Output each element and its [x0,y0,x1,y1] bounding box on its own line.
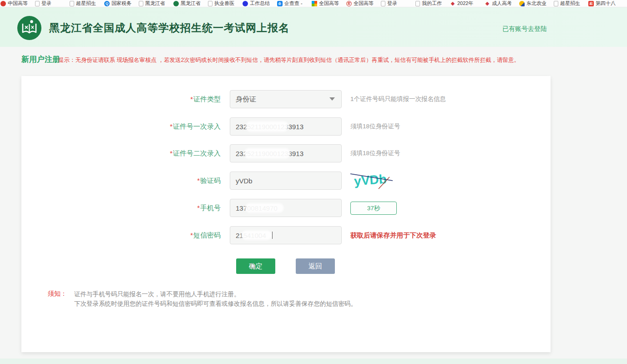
browser-tab[interactable]: ◆成人高考 [482,0,516,7]
back-button[interactable]: 返回 [296,258,335,274]
green-book-favicon-icon [173,1,179,6]
browser-tab[interactable]: 工作总结 [240,0,274,7]
cert-no1-row: *证件号一次录入 须填18位身份证号 [21,117,551,136]
browser-tab[interactable]: 起第四十八 [586,0,620,7]
phone-label: *手机号 [84,199,221,217]
browser-tab[interactable]: 黑龙江省 [136,0,171,7]
page-title: 黑龙江省全国成人高等学校招生统一考试网上报名 [49,21,289,35]
register-warning-text: 提示：无身份证请联系 现场报名审核点 ，若发送2次密码或长时间接收不到短信，请先… [58,56,536,64]
tab-label: 登录 [41,0,51,7]
page-favicon-icon [381,1,385,6]
required-asterisk: * [190,95,193,103]
required-asterisk: * [170,149,172,157]
cert-no2-row: *证件号二次录入 须填18位身份证号 [21,144,551,162]
browser-tab-strip: 中国高等登录超星招生Q国家税务黑龙江省黑龙江省执业兽医工作总结企企查查 -全国高… [0,0,627,7]
cert-type-row: *证件类型 身份证 1个证件号码只能填报一次报名信息 [21,90,551,108]
browser-tab[interactable]: ◆2022年 [447,0,482,7]
browser-tab[interactable]: 东北农业 [516,0,551,7]
captcha-label: *验证码 [84,172,221,190]
browser-tab[interactable]: Q国家税务 [101,0,136,7]
tab-label: 黑龙江省 [145,0,165,7]
site-header: 黑龙江省全国成人高等学校招生统一考试网上报名 已有账号去登陆 [0,7,627,47]
browser-tab[interactable]: 执业兽医 [205,0,240,7]
notes-line-2: 下次登录系统时使用您的证件号码和短信密码即可查看或修改报名信息，所以请妥善保存您… [74,300,357,308]
red-diamond-favicon-icon: ◆ [485,1,490,6]
red-seal-favicon-icon: 宏 [346,1,352,6]
page-favicon-icon [415,1,420,6]
tab-label: 全国高等 [354,0,374,7]
tab-label: 2022年 [457,0,473,7]
cert-type-label: *证件类型 [84,90,221,108]
ms-squares-favicon-icon [312,1,317,6]
required-asterisk: * [197,177,200,184]
form-buttons-row: 确定 返回 [21,258,551,274]
tab-label: 全国高等 [319,0,339,7]
cert-type-select[interactable]: 身份证 [230,90,342,108]
captcha-image[interactable]: yVDb [349,169,394,190]
text-cursor [272,232,273,239]
sms-save-warning: 获取后请保存并用于下次登录 [350,226,436,244]
qichacha-favicon-icon: 企 [277,1,283,6]
confirm-button[interactable]: 确定 [236,258,275,274]
privacy-smudge [247,122,287,131]
captcha-text: yVDb [354,172,387,188]
cert-type-selected-value: 身份证 [236,95,256,104]
bottom-green-strip [0,359,627,364]
page-favicon-icon [208,1,212,6]
privacy-smudge [246,204,283,212]
page-favicon-icon [554,1,558,6]
baidu-favicon-icon [243,1,248,6]
tab-label: 东北农业 [526,0,546,7]
cert-type-hint: 1个证件号码只能填报一次报名信息 [350,90,446,108]
tab-label: 黑龙江省 [181,0,201,7]
tab-label: 执业兽医 [214,0,234,7]
red-box-favicon-icon: 起 [588,1,594,6]
site-logo-book-icon [17,16,41,40]
notes-line-1: 证件与手机号码只能报名一次，请不要用他人手机进行注册。 [74,290,240,298]
required-asterisk: * [170,122,172,130]
privacy-smudge [245,149,289,157]
browser-tab[interactable]: 企企查查 - [274,0,309,7]
red-diamond-favicon-icon: ◆ [450,1,455,6]
browser-tab[interactable]: 宏全国高等 [344,0,378,7]
cert-no2-label: *证件号二次录入 [84,144,221,162]
tab-label: 超星招生 [560,0,580,7]
browser-tab[interactable]: 我的工作 [413,0,447,7]
tab-label: 成人高考 [492,0,512,7]
tab-label: 超星招生 [76,0,96,7]
browser-tab[interactable]: 登录 [378,0,413,7]
tab-label: 企查查 - [284,0,303,7]
existing-account-login-link[interactable]: 已有账号去登陆 [502,25,547,33]
tab-label: 国家税务 [111,0,131,7]
browser-tab[interactable]: 超星招生 [551,0,586,7]
browser-tab[interactable]: 全国高等 [309,0,344,7]
tab-label: 工作总结 [250,0,270,7]
captcha-row: *验证码 yVDb [21,172,551,190]
browser-tab[interactable]: 中国高等 [0,0,32,7]
swan-favicon-icon [519,1,525,6]
page-favicon-icon [35,1,40,6]
required-asterisk: * [190,231,193,239]
phone-row: *手机号 37秒 [21,199,551,217]
tab-label: 第四十八 [596,0,616,7]
cert-no2-hint: 须填18位身份证号 [350,144,400,162]
browser-tab[interactable]: 登录 [32,0,67,7]
tab-label: 我的工作 [422,0,442,7]
sms-password-row: *短信密码 获取后请保存并用于下次登录 [21,226,551,244]
notes-label: 须知： [48,290,67,298]
browser-tab[interactable]: 超星招生 [67,0,101,7]
browser-tab[interactable]: 黑龙江省 [171,0,205,7]
page-favicon-icon [139,1,143,6]
chevron-down-icon [329,97,335,101]
privacy-smudge [243,232,271,239]
tab-label: 登录 [387,0,397,7]
captcha-input[interactable] [230,172,342,190]
cert-no1-hint: 须填18位身份证号 [350,117,400,136]
red-site-favicon-icon [0,1,6,6]
blue-q-favicon-icon: Q [104,1,110,6]
tab-label: 中国高等 [8,0,28,7]
cert-no1-label: *证件号一次录入 [84,117,221,136]
sms-password-label: *短信密码 [84,226,221,244]
sms-countdown-button[interactable]: 37秒 [350,202,397,215]
required-asterisk: * [197,204,200,212]
